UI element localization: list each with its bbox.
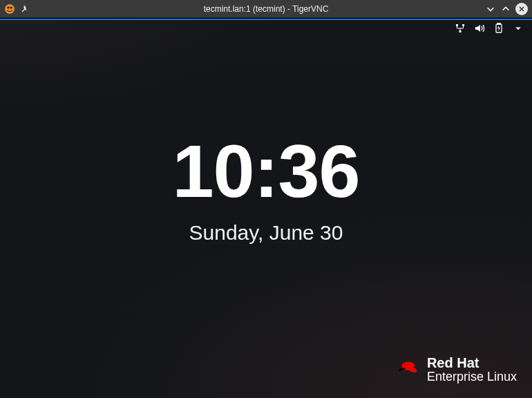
- lock-time: 10:36: [0, 134, 532, 209]
- lock-screen[interactable]: 10:36 Sunday, June 30: [0, 20, 532, 245]
- close-button[interactable]: [515, 3, 528, 15]
- minimize-button[interactable]: [485, 3, 496, 15]
- titlebar-left: [0, 3, 30, 15]
- lock-date: Sunday, June 30: [0, 221, 532, 245]
- svg-point-2: [10, 6, 12, 8]
- maximize-button[interactable]: [500, 3, 511, 15]
- brand-name-top: Red Hat: [427, 355, 517, 370]
- pin-icon[interactable]: [19, 3, 30, 15]
- os-brand: Red Hat Enterprise Linux: [397, 355, 517, 384]
- titlebar-right: [485, 3, 532, 15]
- tigervnc-icon: [4, 3, 15, 15]
- svg-point-0: [5, 4, 15, 14]
- brand-text: Red Hat Enterprise Linux: [427, 355, 517, 384]
- redhat-icon: [397, 357, 420, 383]
- svg-point-1: [8, 6, 10, 8]
- window-title: tecmint.lan:1 (tecmint) - TigerVNC: [0, 4, 532, 14]
- vnc-viewport[interactable]: 10:36 Sunday, June 30 Red Hat Enterprise…: [0, 19, 532, 398]
- brand-name-bottom: Enterprise Linux: [427, 370, 517, 384]
- window-titlebar: tecmint.lan:1 (tecmint) - TigerVNC: [0, 0, 532, 18]
- svg-point-8: [402, 362, 415, 369]
